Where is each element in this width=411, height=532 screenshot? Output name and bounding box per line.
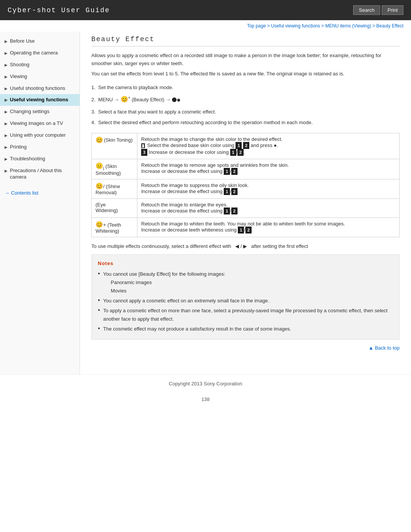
chevron-right-icon: ▶	[5, 62, 8, 67]
chevron-right-icon: ▶	[5, 74, 8, 79]
effect-name-shine-removal: 😊/ (ShineRemoval)	[92, 179, 137, 198]
sidebar-item-viewing[interactable]: ▶ Viewing	[0, 71, 80, 83]
sidebar-item-precautions[interactable]: ▶ Precautions / About this camera	[0, 165, 80, 183]
chevron-right-icon: ▶	[5, 133, 8, 138]
sidebar-item-changing-settings[interactable]: ▶ Changing settings	[0, 106, 80, 118]
effect-desc-eye-widening: Retouch the image to enlarge the eyes. I…	[137, 198, 400, 217]
table-row: 😊/ (ShineRemoval) Retouch the image to s…	[92, 179, 400, 198]
effect-name-teeth-whitening: 😊+ (TeethWhitening)	[92, 217, 137, 237]
header-buttons: Search Print	[353, 5, 403, 15]
step-1: 1. Set the camera to playback mode.	[91, 83, 400, 92]
chevron-right-icon: ▶	[5, 157, 8, 161]
description-para1: Allows you to apply a cosmetic effect on…	[91, 52, 400, 68]
chevron-right-icon: ▶	[5, 121, 8, 126]
sidebar-item-before-use[interactable]: ▶ Before Use	[0, 35, 80, 47]
back-to-top: ▲ Back to top	[91, 345, 400, 351]
table-row: 😐j (SkinSmoothing) Retouch the image to …	[92, 159, 400, 179]
step-4: 4. Select the desired effect and perform…	[91, 118, 400, 127]
sidebar-item-printing[interactable]: ▶ Printing	[0, 141, 80, 153]
list-item: You cannot use [Beauty Effect] for the f…	[98, 270, 393, 295]
app-title: Cyber-shot User Guide	[8, 6, 110, 14]
step-3: 3. Select a face that you want to apply …	[91, 107, 400, 116]
chevron-right-icon: ▶	[5, 39, 8, 44]
breadcrumb-link-menu[interactable]: MENU items (Viewing)	[325, 23, 371, 29]
sidebar: ▶ Before Use ▶ Operating the camera ▶ Sh…	[0, 32, 80, 374]
chevron-right-icon: ▶	[5, 109, 8, 114]
description-para2: You can set the effects from level 1 to …	[91, 70, 400, 78]
table-row: 😊 (Skin Toning) Retouch the image to cha…	[92, 133, 400, 159]
list-item: The cosmetic effect may not produce a sa…	[98, 325, 393, 333]
breadcrumb-link-beauty[interactable]: Beauty Effect	[376, 23, 403, 29]
notes-box: Notes You cannot use [Beauty Effect] for…	[91, 254, 400, 340]
sidebar-item-useful-shooting[interactable]: ▶ Useful shooting functions	[0, 83, 80, 94]
chevron-right-icon: ▶	[5, 86, 8, 91]
notes-list: You cannot use [Beauty Effect] for the f…	[98, 270, 393, 334]
footer: Copyright 2013 Sony Corporation	[0, 374, 411, 393]
effect-desc-teeth-whitening: Retouch the image to whiten the teeth. Y…	[137, 217, 400, 237]
search-button[interactable]: Search	[353, 5, 380, 15]
list-item: You cannot apply a cosmetic effect on an…	[98, 297, 393, 305]
sidebar-item-computer[interactable]: ▶ Using with your computer	[0, 129, 80, 141]
effect-name-eye-widening: (EyeWidening)	[92, 198, 137, 217]
chevron-right-icon: ▶	[5, 145, 8, 150]
chevron-right-icon: ▶	[5, 168, 8, 173]
description: Allows you to apply a cosmetic effect on…	[91, 52, 400, 78]
sidebar-item-troubleshooting[interactable]: ▶ Troubleshooting	[0, 153, 80, 165]
page-number: 138	[0, 393, 411, 406]
effects-table: 😊 (Skin Toning) Retouch the image to cha…	[91, 133, 400, 237]
effect-desc-skin-toning: Retouch the image to change the skin col…	[137, 133, 400, 159]
breadcrumb-link-top[interactable]: Top page	[247, 23, 266, 29]
effect-name-skin-smoothing: 😐j (SkinSmoothing)	[92, 159, 137, 179]
table-row: 😊+ (TeethWhitening) Retouch the image to…	[92, 217, 400, 237]
sidebar-item-operating[interactable]: ▶ Operating the camera	[0, 47, 80, 59]
notes-title: Notes	[98, 259, 393, 268]
chevron-right-icon: ▶	[5, 97, 8, 102]
sidebar-item-useful-viewing[interactable]: ▶ Useful viewing functions	[0, 94, 80, 106]
sidebar-item-viewing-tv[interactable]: ▶ Viewing images on a TV	[0, 118, 80, 129]
arrow-right-icon: →	[5, 190, 10, 196]
breadcrumb-link-viewing[interactable]: Useful viewing functions	[271, 23, 320, 29]
table-row: (EyeWidening) Retouch the image to enlar…	[92, 198, 400, 217]
copyright: Copyright 2013 Sony Corporation	[169, 381, 242, 387]
steps-list: 1. Set the camera to playback mode. 2. M…	[91, 83, 400, 127]
back-to-top-link[interactable]: ▲ Back to top	[368, 345, 400, 351]
header: Cyber-shot User Guide Search Print	[0, 0, 411, 20]
multi-effects-note: To use multiple effects continuously, se…	[91, 243, 400, 249]
effect-name-skin-toning: 😊 (Skin Toning)	[92, 133, 137, 159]
sidebar-item-shooting[interactable]: ▶ Shooting	[0, 59, 80, 71]
breadcrumb: Top page > Useful viewing functions > ME…	[0, 20, 411, 32]
effect-desc-skin-smoothing: Retouch the image to remove age spots an…	[137, 159, 400, 179]
list-item: To apply a cosmetic effect on more than …	[98, 307, 393, 323]
main-content: Beauty Effect Allows you to apply a cosm…	[80, 32, 411, 374]
print-button[interactable]: Print	[382, 5, 403, 15]
effect-desc-shine-removal: Retouch the image to suppress the oily s…	[137, 179, 400, 198]
page-title: Beauty Effect	[91, 35, 400, 46]
chevron-right-icon: ▶	[5, 51, 8, 56]
contents-list-link[interactable]: → Contents list	[0, 187, 80, 199]
layout: ▶ Before Use ▶ Operating the camera ▶ Sh…	[0, 32, 411, 374]
step-2: 2. MENU → 😊+ (Beauty Effect) → ●	[91, 94, 400, 106]
